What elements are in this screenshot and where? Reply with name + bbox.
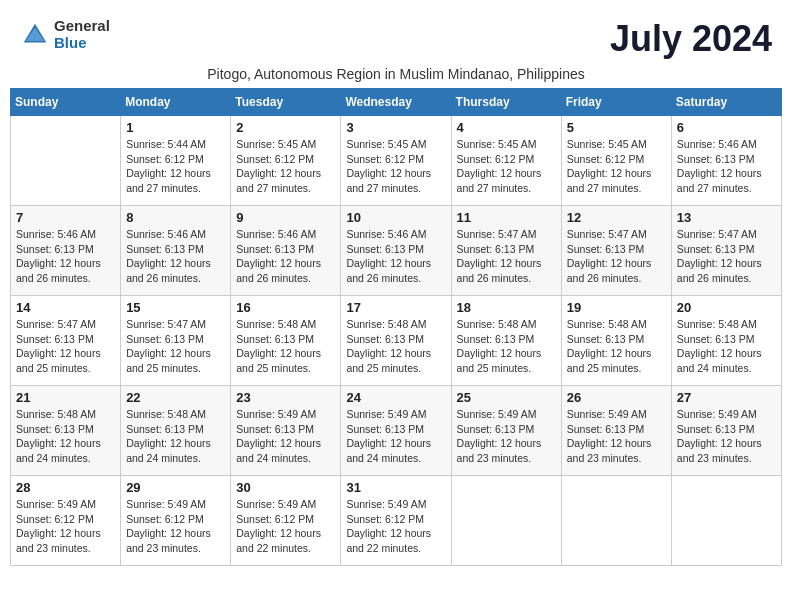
calendar-day-cell: 11Sunrise: 5:47 AMSunset: 6:13 PMDayligh… bbox=[451, 206, 561, 296]
day-number: 16 bbox=[236, 300, 335, 315]
calendar-week-row: 28Sunrise: 5:49 AMSunset: 6:12 PMDayligh… bbox=[11, 476, 782, 566]
day-info: Sunrise: 5:48 AMSunset: 6:13 PMDaylight:… bbox=[126, 407, 225, 466]
calendar-day-cell: 1Sunrise: 5:44 AMSunset: 6:12 PMDaylight… bbox=[121, 116, 231, 206]
calendar-day-cell: 18Sunrise: 5:48 AMSunset: 6:13 PMDayligh… bbox=[451, 296, 561, 386]
day-number: 10 bbox=[346, 210, 445, 225]
calendar-day-cell: 13Sunrise: 5:47 AMSunset: 6:13 PMDayligh… bbox=[671, 206, 781, 296]
calendar-week-row: 7Sunrise: 5:46 AMSunset: 6:13 PMDaylight… bbox=[11, 206, 782, 296]
logo-blue: Blue bbox=[54, 35, 110, 52]
day-number: 29 bbox=[126, 480, 225, 495]
day-info: Sunrise: 5:47 AMSunset: 6:13 PMDaylight:… bbox=[16, 317, 115, 376]
day-info: Sunrise: 5:45 AMSunset: 6:12 PMDaylight:… bbox=[567, 137, 666, 196]
day-number: 1 bbox=[126, 120, 225, 135]
day-info: Sunrise: 5:48 AMSunset: 6:13 PMDaylight:… bbox=[677, 317, 776, 376]
day-number: 31 bbox=[346, 480, 445, 495]
calendar-day-cell: 24Sunrise: 5:49 AMSunset: 6:13 PMDayligh… bbox=[341, 386, 451, 476]
calendar-day-cell: 3Sunrise: 5:45 AMSunset: 6:12 PMDaylight… bbox=[341, 116, 451, 206]
calendar-title: July 2024 bbox=[610, 18, 772, 60]
logo-text: General Blue bbox=[54, 18, 110, 51]
day-info: Sunrise: 5:48 AMSunset: 6:13 PMDaylight:… bbox=[236, 317, 335, 376]
day-number: 24 bbox=[346, 390, 445, 405]
calendar-day-cell: 22Sunrise: 5:48 AMSunset: 6:13 PMDayligh… bbox=[121, 386, 231, 476]
logo-general: General bbox=[54, 18, 110, 35]
day-number: 14 bbox=[16, 300, 115, 315]
calendar-day-cell: 5Sunrise: 5:45 AMSunset: 6:12 PMDaylight… bbox=[561, 116, 671, 206]
calendar-table: SundayMondayTuesdayWednesdayThursdayFrid… bbox=[10, 88, 782, 566]
logo-icon bbox=[20, 20, 50, 50]
calendar-day-cell: 20Sunrise: 5:48 AMSunset: 6:13 PMDayligh… bbox=[671, 296, 781, 386]
day-info: Sunrise: 5:47 AMSunset: 6:13 PMDaylight:… bbox=[567, 227, 666, 286]
weekday-header: Thursday bbox=[451, 89, 561, 116]
calendar-header-row: SundayMondayTuesdayWednesdayThursdayFrid… bbox=[11, 89, 782, 116]
day-number: 12 bbox=[567, 210, 666, 225]
weekday-header: Monday bbox=[121, 89, 231, 116]
day-number: 20 bbox=[677, 300, 776, 315]
calendar-day-cell: 31Sunrise: 5:49 AMSunset: 6:12 PMDayligh… bbox=[341, 476, 451, 566]
weekday-header: Saturday bbox=[671, 89, 781, 116]
day-info: Sunrise: 5:49 AMSunset: 6:12 PMDaylight:… bbox=[16, 497, 115, 556]
day-number: 17 bbox=[346, 300, 445, 315]
calendar-day-cell: 6Sunrise: 5:46 AMSunset: 6:13 PMDaylight… bbox=[671, 116, 781, 206]
weekday-header: Sunday bbox=[11, 89, 121, 116]
day-number: 15 bbox=[126, 300, 225, 315]
day-number: 5 bbox=[567, 120, 666, 135]
day-number: 21 bbox=[16, 390, 115, 405]
calendar-day-cell: 8Sunrise: 5:46 AMSunset: 6:13 PMDaylight… bbox=[121, 206, 231, 296]
calendar-day-cell: 21Sunrise: 5:48 AMSunset: 6:13 PMDayligh… bbox=[11, 386, 121, 476]
day-info: Sunrise: 5:48 AMSunset: 6:13 PMDaylight:… bbox=[346, 317, 445, 376]
calendar-day-cell: 9Sunrise: 5:46 AMSunset: 6:13 PMDaylight… bbox=[231, 206, 341, 296]
day-info: Sunrise: 5:49 AMSunset: 6:13 PMDaylight:… bbox=[457, 407, 556, 466]
day-info: Sunrise: 5:47 AMSunset: 6:13 PMDaylight:… bbox=[126, 317, 225, 376]
day-info: Sunrise: 5:49 AMSunset: 6:13 PMDaylight:… bbox=[677, 407, 776, 466]
calendar-day-cell: 29Sunrise: 5:49 AMSunset: 6:12 PMDayligh… bbox=[121, 476, 231, 566]
day-number: 11 bbox=[457, 210, 556, 225]
day-info: Sunrise: 5:46 AMSunset: 6:13 PMDaylight:… bbox=[16, 227, 115, 286]
day-number: 7 bbox=[16, 210, 115, 225]
calendar-day-cell: 17Sunrise: 5:48 AMSunset: 6:13 PMDayligh… bbox=[341, 296, 451, 386]
day-info: Sunrise: 5:46 AMSunset: 6:13 PMDaylight:… bbox=[126, 227, 225, 286]
day-info: Sunrise: 5:48 AMSunset: 6:13 PMDaylight:… bbox=[457, 317, 556, 376]
calendar-week-row: 21Sunrise: 5:48 AMSunset: 6:13 PMDayligh… bbox=[11, 386, 782, 476]
day-info: Sunrise: 5:49 AMSunset: 6:13 PMDaylight:… bbox=[236, 407, 335, 466]
calendar-day-cell: 14Sunrise: 5:47 AMSunset: 6:13 PMDayligh… bbox=[11, 296, 121, 386]
day-info: Sunrise: 5:49 AMSunset: 6:12 PMDaylight:… bbox=[346, 497, 445, 556]
day-number: 13 bbox=[677, 210, 776, 225]
calendar-day-cell: 4Sunrise: 5:45 AMSunset: 6:12 PMDaylight… bbox=[451, 116, 561, 206]
day-info: Sunrise: 5:45 AMSunset: 6:12 PMDaylight:… bbox=[236, 137, 335, 196]
calendar-day-cell bbox=[561, 476, 671, 566]
day-info: Sunrise: 5:46 AMSunset: 6:13 PMDaylight:… bbox=[236, 227, 335, 286]
day-info: Sunrise: 5:45 AMSunset: 6:12 PMDaylight:… bbox=[346, 137, 445, 196]
day-number: 26 bbox=[567, 390, 666, 405]
calendar-day-cell: 27Sunrise: 5:49 AMSunset: 6:13 PMDayligh… bbox=[671, 386, 781, 476]
weekday-header: Tuesday bbox=[231, 89, 341, 116]
day-info: Sunrise: 5:49 AMSunset: 6:13 PMDaylight:… bbox=[567, 407, 666, 466]
calendar-day-cell: 19Sunrise: 5:48 AMSunset: 6:13 PMDayligh… bbox=[561, 296, 671, 386]
day-info: Sunrise: 5:48 AMSunset: 6:13 PMDaylight:… bbox=[567, 317, 666, 376]
day-info: Sunrise: 5:45 AMSunset: 6:12 PMDaylight:… bbox=[457, 137, 556, 196]
calendar-week-row: 14Sunrise: 5:47 AMSunset: 6:13 PMDayligh… bbox=[11, 296, 782, 386]
day-number: 30 bbox=[236, 480, 335, 495]
calendar-day-cell: 12Sunrise: 5:47 AMSunset: 6:13 PMDayligh… bbox=[561, 206, 671, 296]
calendar-day-cell bbox=[451, 476, 561, 566]
day-number: 4 bbox=[457, 120, 556, 135]
day-number: 2 bbox=[236, 120, 335, 135]
weekday-header: Friday bbox=[561, 89, 671, 116]
calendar-day-cell: 26Sunrise: 5:49 AMSunset: 6:13 PMDayligh… bbox=[561, 386, 671, 476]
day-info: Sunrise: 5:46 AMSunset: 6:13 PMDaylight:… bbox=[346, 227, 445, 286]
day-number: 19 bbox=[567, 300, 666, 315]
calendar-day-cell: 28Sunrise: 5:49 AMSunset: 6:12 PMDayligh… bbox=[11, 476, 121, 566]
day-info: Sunrise: 5:48 AMSunset: 6:13 PMDaylight:… bbox=[16, 407, 115, 466]
day-number: 18 bbox=[457, 300, 556, 315]
calendar-day-cell bbox=[671, 476, 781, 566]
calendar-subtitle: Pitogo, Autonomous Region in Muslim Mind… bbox=[10, 66, 782, 82]
calendar-day-cell: 2Sunrise: 5:45 AMSunset: 6:12 PMDaylight… bbox=[231, 116, 341, 206]
day-info: Sunrise: 5:47 AMSunset: 6:13 PMDaylight:… bbox=[457, 227, 556, 286]
day-number: 9 bbox=[236, 210, 335, 225]
calendar-day-cell: 23Sunrise: 5:49 AMSunset: 6:13 PMDayligh… bbox=[231, 386, 341, 476]
logo: General Blue bbox=[20, 18, 110, 51]
calendar-day-cell: 7Sunrise: 5:46 AMSunset: 6:13 PMDaylight… bbox=[11, 206, 121, 296]
weekday-header: Wednesday bbox=[341, 89, 451, 116]
day-number: 27 bbox=[677, 390, 776, 405]
day-info: Sunrise: 5:49 AMSunset: 6:12 PMDaylight:… bbox=[126, 497, 225, 556]
calendar-day-cell: 10Sunrise: 5:46 AMSunset: 6:13 PMDayligh… bbox=[341, 206, 451, 296]
